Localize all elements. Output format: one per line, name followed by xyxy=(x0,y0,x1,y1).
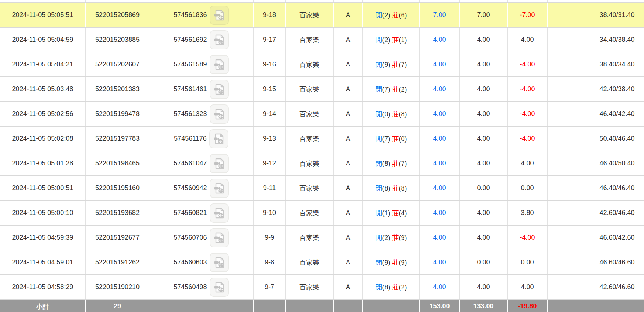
valid-amount: 4.00 xyxy=(459,52,507,77)
bet-id: 522015199478 xyxy=(86,102,149,126)
valid-amount: 4.00 xyxy=(459,102,507,126)
banker-score: (1) xyxy=(399,36,407,44)
valid-amount: 4.00 xyxy=(459,200,507,225)
banker-score: (6) xyxy=(399,11,407,19)
subtotal-bet-amount: 153.00 xyxy=(420,299,459,312)
game-round-id-cell: 574561323 xyxy=(149,102,253,126)
bet-time: 2024-11-05 04:59:01 xyxy=(0,250,86,275)
game-name: 百家樂 xyxy=(286,77,333,102)
game-name: 百家樂 xyxy=(286,225,333,250)
bet-amount[interactable]: 4.00 xyxy=(420,126,459,151)
win-loss: 0.00 xyxy=(507,250,547,275)
video-replay-button[interactable] xyxy=(210,179,229,198)
video-replay-button[interactable] xyxy=(210,30,229,49)
video-replay-button[interactable] xyxy=(210,253,229,272)
bet-amount[interactable]: 4.00 xyxy=(420,151,459,176)
game-round-id-cell: 574561836 xyxy=(149,3,253,27)
video-replay-button[interactable] xyxy=(210,80,229,99)
banker-score: (7) xyxy=(399,61,407,68)
video-replay-button[interactable] xyxy=(210,278,229,297)
banker-score: (2) xyxy=(399,284,407,291)
game-name: 百家樂 xyxy=(286,200,333,225)
player-label: 閒 xyxy=(375,259,382,266)
round-number: 9-16 xyxy=(253,52,286,77)
video-replay-button[interactable] xyxy=(210,203,229,223)
balance: 50.40/46.40 xyxy=(547,126,644,151)
video-replay-button[interactable] xyxy=(210,55,229,74)
bet-id: 522015196465 xyxy=(86,151,149,176)
table-code: A xyxy=(333,27,363,52)
bet-amount[interactable]: 4.00 xyxy=(420,176,459,200)
bet-time: 2024-11-05 05:04:21 xyxy=(0,52,86,77)
bet-amount[interactable]: 4.00 xyxy=(420,200,459,225)
banker-label: 莊 xyxy=(392,61,399,68)
bet-amount[interactable]: 4.00 xyxy=(420,102,459,126)
player-score: (2) xyxy=(382,36,390,44)
game-name: 百家樂 xyxy=(286,102,333,126)
banker-label: 莊 xyxy=(392,160,399,167)
game-round-id: 574560706 xyxy=(173,234,207,241)
win-loss: 0.00 xyxy=(507,176,547,200)
game-round-id: 574561461 xyxy=(173,85,207,93)
table-row: 2024-11-05 05:04:21 522015202607 5745615… xyxy=(0,52,644,77)
round-number: 9-9 xyxy=(253,225,286,250)
bet-amount[interactable]: 4.00 xyxy=(420,77,459,102)
banker-score: (7) xyxy=(399,160,407,167)
valid-amount: 4.00 xyxy=(459,126,507,151)
game-result: 閒(2) 莊(6) xyxy=(363,3,420,27)
bet-amount[interactable]: 4.00 xyxy=(420,225,459,250)
banker-score: (2) xyxy=(399,86,407,93)
video-replay-button[interactable] xyxy=(210,228,229,247)
game-round-id: 574561176 xyxy=(174,135,207,143)
bet-time: 2024-11-05 04:58:29 xyxy=(0,275,86,299)
bet-history-table: 2024-11-05 05:05:51 522015205869 5745618… xyxy=(0,0,644,312)
bet-id: 522015205869 xyxy=(86,3,149,27)
bet-id: 522015203885 xyxy=(86,27,149,52)
game-round-id: 574560821 xyxy=(173,209,207,217)
video-replay-button[interactable] xyxy=(210,154,229,173)
video-replay-button[interactable] xyxy=(209,129,228,148)
round-number: 9-13 xyxy=(253,126,286,151)
game-round-id-cell: 574560498 xyxy=(149,275,253,299)
game-round-id-cell: 574561692 xyxy=(149,27,253,52)
bet-amount[interactable]: 4.00 xyxy=(420,52,459,77)
valid-amount: 4.00 xyxy=(459,225,507,250)
bet-amount[interactable]: 7.00 xyxy=(420,3,459,27)
bet-time: 2024-11-05 05:04:59 xyxy=(0,27,86,52)
table-code: A xyxy=(333,275,363,299)
balance: 46.60/42.60 xyxy=(547,225,644,250)
video-replay-icon xyxy=(213,34,225,46)
win-loss: -4.00 xyxy=(507,52,547,77)
banker-score: (0) xyxy=(399,135,407,143)
round-number: 9-8 xyxy=(253,250,286,275)
game-round-id-cell: 574561047 xyxy=(149,151,253,176)
game-round-id: 574561589 xyxy=(173,61,207,68)
bet-amount[interactable]: 4.00 xyxy=(420,250,459,275)
game-result: 閒(2) 莊(9) xyxy=(363,225,420,250)
video-replay-button[interactable] xyxy=(210,104,229,124)
game-round-id: 574561323 xyxy=(173,110,207,118)
player-label: 閒 xyxy=(375,284,382,291)
table-code: A xyxy=(333,250,363,275)
player-label: 閒 xyxy=(375,234,382,241)
table-row: 2024-11-05 05:02:56 522015199478 5745613… xyxy=(0,102,644,126)
bet-id: 522015195160 xyxy=(86,176,149,200)
balance: 46.40/46.40 xyxy=(547,176,644,200)
bet-amount[interactable]: 4.00 xyxy=(420,27,459,52)
round-number: 9-10 xyxy=(253,200,286,225)
balance: 46.40/50.40 xyxy=(547,151,644,176)
banker-score: (8) xyxy=(399,185,407,192)
video-replay-button[interactable] xyxy=(210,6,229,25)
game-result: 閒(9) 莊(7) xyxy=(363,52,420,77)
game-round-id: 574561692 xyxy=(173,36,207,44)
video-replay-icon xyxy=(213,108,225,120)
round-number: 9-14 xyxy=(253,102,286,126)
subtotal-row: 小計 29 153.00 133.00 -19.80 xyxy=(0,299,644,312)
player-label: 閒 xyxy=(375,86,382,93)
bet-amount[interactable]: 4.00 xyxy=(420,275,459,299)
valid-amount: 4.00 xyxy=(459,275,507,299)
valid-amount: 4.00 xyxy=(459,151,507,176)
player-score: (9) xyxy=(382,61,390,68)
game-round-id-cell: 574560603 xyxy=(149,250,253,275)
valid-amount: 0.00 xyxy=(459,250,507,275)
